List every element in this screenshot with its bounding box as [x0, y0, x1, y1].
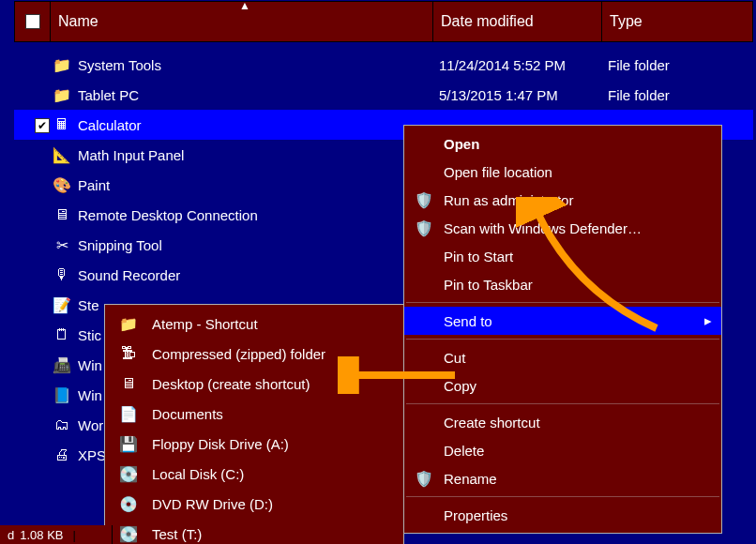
- sendto-test[interactable]: 💽Test (T:): [105, 519, 403, 544]
- file-name: Tablet PC: [78, 87, 439, 103]
- ctx-open[interactable]: Open: [404, 129, 721, 158]
- file-type: File folder: [608, 87, 753, 103]
- zip-icon: 🗜: [118, 345, 139, 362]
- sendto-local-c[interactable]: 💽Local Disk (C:): [105, 459, 403, 489]
- ctx-send-to[interactable]: Send to▸: [404, 307, 721, 335]
- defender-icon: 🛡️: [414, 219, 434, 237]
- column-date-modified[interactable]: Date modified: [433, 2, 602, 41]
- snipping-icon: ✂: [52, 236, 72, 254]
- submenu-arrow-icon: ▸: [704, 312, 712, 329]
- file-row[interactable]: 📁 Tablet PC 5/13/2015 1:47 PM File folde…: [14, 80, 753, 110]
- ctx-open-label: Open: [444, 136, 479, 152]
- ctx-properties[interactable]: Properties: [404, 501, 721, 529]
- file-date: 11/24/2014 5:52 PM: [439, 57, 608, 73]
- file-name: Calculator: [78, 117, 439, 133]
- sendto-submenu: 📁Atemp - Shortcut 🗜Compressed (zipped) f…: [104, 304, 404, 544]
- ctx-pin-taskbar[interactable]: Pin to Taskbar: [404, 270, 721, 298]
- ctx-open-location[interactable]: Open file location: [404, 158, 721, 186]
- sendto-documents[interactable]: 📄Documents: [105, 399, 403, 429]
- ctx-cut[interactable]: Cut: [404, 343, 721, 371]
- column-type[interactable]: Type: [602, 2, 752, 41]
- menu-separator: [406, 339, 719, 340]
- desktop-icon: 🖥: [118, 375, 139, 392]
- mic-icon: 🎙: [52, 266, 72, 283]
- ctx-delete[interactable]: Delete: [404, 436, 721, 464]
- shield-icon: 🛡️: [414, 191, 434, 209]
- ctx-scan-defender[interactable]: 🛡️Scan with Windows Defender…: [404, 214, 721, 242]
- paint-icon: 🎨: [52, 176, 72, 194]
- journal-icon: 📘: [52, 386, 72, 404]
- ctx-pin-start[interactable]: Pin to Start: [404, 242, 721, 270]
- ctx-rename[interactable]: 🛡️Rename: [404, 464, 721, 492]
- ctx-copy[interactable]: Copy: [404, 371, 721, 400]
- dvd-icon: 💿: [118, 495, 139, 513]
- ctx-run-as-admin[interactable]: 🛡️Run as administrator: [404, 186, 721, 214]
- disk-icon: 💽: [118, 525, 139, 543]
- file-date: 5/13/2015 1:47 PM: [439, 87, 608, 103]
- status-bar: d 1.08 KB |: [0, 525, 113, 544]
- menu-separator: [406, 403, 719, 404]
- fax-icon: 📠: [52, 356, 72, 374]
- row-checkbox[interactable]: ✔: [35, 116, 52, 133]
- wordpad-icon: 🗂: [52, 416, 72, 433]
- column-header: Name Date modified Type: [14, 1, 753, 42]
- disk-icon: 💽: [118, 465, 139, 483]
- floppy-icon: 💾: [118, 435, 139, 453]
- sort-indicator: ▲: [239, 0, 250, 12]
- calculator-icon: 🖩: [52, 116, 72, 133]
- steps-icon: 📝: [52, 296, 72, 314]
- sendto-desktop[interactable]: 🖥Desktop (create shortcut): [105, 369, 403, 399]
- checkbox-icon: [25, 14, 40, 29]
- menu-separator: [406, 302, 719, 303]
- sticky-icon: 🗒: [52, 326, 72, 343]
- folder-shortcut-icon: 📁: [118, 315, 139, 333]
- select-all-checkbox[interactable]: [15, 2, 51, 41]
- xps-icon: 🖨: [52, 446, 72, 463]
- file-name: System Tools: [78, 57, 439, 73]
- checkbox-checked-icon: ✔: [35, 118, 50, 133]
- ctx-create-shortcut[interactable]: Create shortcut: [404, 408, 721, 436]
- menu-separator: [406, 496, 719, 497]
- folder-icon: 📁: [52, 86, 72, 104]
- context-menu: Open Open file location 🛡️Run as adminis…: [403, 125, 722, 534]
- status-divider: |: [73, 528, 76, 542]
- documents-icon: 📄: [118, 405, 139, 423]
- status-size: 1.08 KB: [20, 528, 63, 542]
- status-prefix: d: [8, 528, 14, 542]
- math-icon: 📐: [52, 146, 72, 164]
- sendto-floppy[interactable]: 💾Floppy Disk Drive (A:): [105, 429, 403, 459]
- sendto-atemp[interactable]: 📁Atemp - Shortcut: [105, 309, 403, 339]
- folder-icon: 📁: [52, 56, 72, 74]
- rdp-icon: 🖥: [52, 206, 72, 223]
- shield-icon: 🛡️: [414, 470, 434, 488]
- sendto-dvd[interactable]: 💿DVD RW Drive (D:): [105, 489, 403, 519]
- sendto-zip[interactable]: 🗜Compressed (zipped) folder: [105, 339, 403, 369]
- file-type: File folder: [608, 57, 753, 73]
- file-row[interactable]: 📁 System Tools 11/24/2014 5:52 PM File f…: [14, 50, 753, 80]
